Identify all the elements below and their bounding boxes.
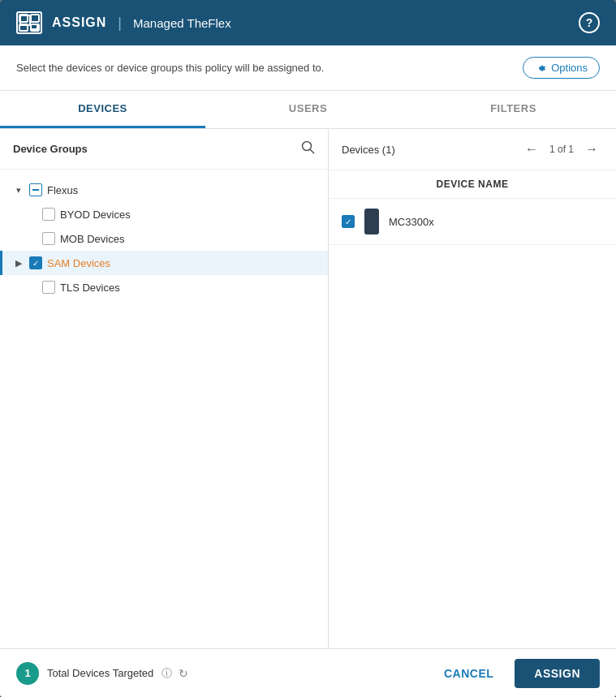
flexus-label: Flexus [47, 184, 78, 196]
svg-line-5 [310, 149, 314, 153]
devices-count: Devices (1) [342, 144, 395, 156]
separator: | [118, 15, 122, 32]
footer-icons: ⓘ ↻ [162, 666, 188, 681]
pagination: ← 1 of 1 → [520, 140, 603, 158]
svg-rect-3 [31, 24, 39, 31]
right-panel-header: Devices (1) ← 1 of 1 → [329, 129, 616, 170]
device-groups-title: Device Groups [13, 143, 88, 155]
flexus-checkbox[interactable] [29, 183, 42, 196]
device-checkbox[interactable] [342, 215, 355, 228]
tree-root-flexus[interactable]: ▾ Flexus [0, 178, 328, 202]
header-left: ASSIGN | Managed TheFlex [16, 11, 231, 34]
subheader: Select the devices or device groups this… [0, 45, 616, 91]
tree-item-mob[interactable]: MOB Devices [0, 226, 328, 251]
subtitle: Managed TheFlex [133, 16, 231, 30]
tree-item-byod[interactable]: BYOD Devices [0, 202, 328, 226]
total-badge: 1 [16, 662, 39, 685]
options-button[interactable]: Options [523, 57, 600, 79]
search-button[interactable] [301, 140, 315, 157]
tab-devices[interactable]: DEVICES [0, 91, 205, 128]
svg-rect-2 [19, 24, 28, 31]
search-icon [301, 140, 315, 154]
assign-button[interactable]: ASSIGN [515, 659, 600, 688]
footer-left: 1 Total Devices Targeted ⓘ ↻ [16, 662, 188, 685]
device-tree: ▾ Flexus BYOD Devices MOB Devices [0, 170, 328, 648]
device-name: MC3300x [389, 216, 434, 228]
gear-icon [535, 62, 546, 74]
tab-users[interactable]: USERS [205, 91, 411, 128]
pagination-next-button[interactable]: → [580, 140, 603, 158]
left-panel-header: Device Groups [0, 129, 328, 170]
tab-filters[interactable]: FILTERS [411, 91, 616, 128]
svg-rect-0 [19, 15, 28, 22]
mob-label: MOB Devices [60, 233, 124, 245]
tabs-bar: DEVICES USERS FILTERS [0, 91, 616, 129]
chevron-down-icon: ▾ [13, 184, 24, 196]
assign-label: ASSIGN [52, 15, 106, 30]
main-content: Device Groups ▾ Flexus [0, 129, 616, 648]
options-label: Options [551, 62, 588, 74]
sam-chevron-right-icon: ▶ [13, 257, 24, 269]
left-panel: Device Groups ▾ Flexus [0, 129, 329, 648]
byod-label: BYOD Devices [60, 209, 131, 221]
subheader-text: Select the devices or device groups this… [16, 62, 324, 74]
device-row: MC3300x [329, 199, 616, 245]
right-panel: Devices (1) ← 1 of 1 → DEVICE NAME MC330… [329, 129, 616, 648]
sam-checkbox[interactable] [29, 256, 42, 269]
svg-rect-1 [31, 15, 39, 22]
footer: 1 Total Devices Targeted ⓘ ↻ CANCEL ASSI… [0, 648, 616, 697]
cancel-button[interactable]: CANCEL [431, 659, 506, 688]
sam-label: SAM Devices [47, 257, 110, 269]
byod-checkbox[interactable] [42, 208, 55, 221]
modal-header: ASSIGN | Managed TheFlex ? [0, 0, 616, 45]
pagination-info: 1 of 1 [549, 144, 574, 155]
device-icon [364, 209, 379, 234]
tree-item-tls[interactable]: TLS Devices [0, 275, 328, 299]
info-icon[interactable]: ⓘ [162, 666, 172, 681]
help-icon[interactable]: ? [579, 12, 600, 33]
tls-label: TLS Devices [60, 282, 120, 294]
assign-header-icon [16, 11, 42, 34]
modal-dialog: ASSIGN | Managed TheFlex ? Select the de… [0, 0, 616, 697]
mob-checkbox[interactable] [42, 232, 55, 245]
refresh-icon[interactable]: ↻ [179, 667, 188, 680]
svg-point-4 [303, 142, 312, 151]
tls-checkbox[interactable] [42, 281, 55, 294]
total-devices-label: Total Devices Targeted [47, 667, 153, 679]
device-table-header: DEVICE NAME [329, 170, 616, 199]
tree-item-sam[interactable]: ▶ SAM Devices [0, 251, 328, 275]
pagination-prev-button[interactable]: ← [520, 140, 543, 158]
footer-actions: CANCEL ASSIGN [431, 659, 600, 688]
